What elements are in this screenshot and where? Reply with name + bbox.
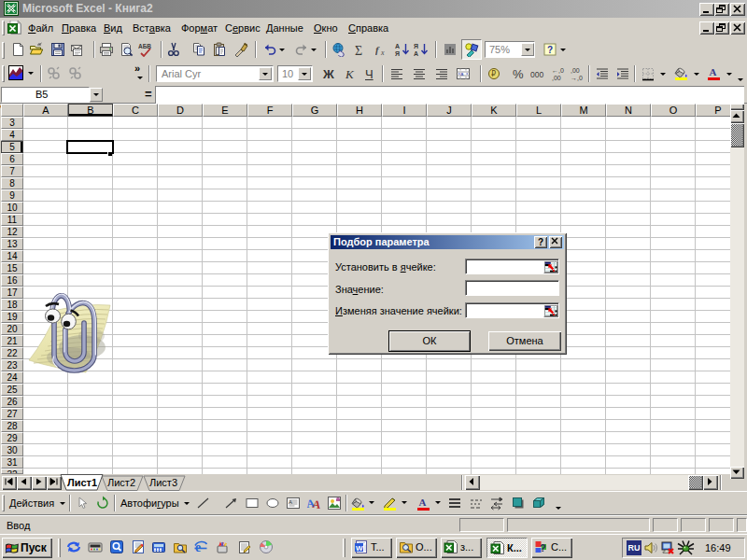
svg-text:W: W	[356, 544, 363, 553]
svg-text:?: ?	[540, 542, 546, 553]
svg-text:Лист2: Лист2	[107, 477, 135, 488]
svg-text:Лист1: Лист1	[67, 477, 97, 488]
svg-text:,00: ,00	[552, 75, 561, 81]
svg-text:₽: ₽	[491, 70, 496, 78]
svg-text:А: А	[289, 499, 292, 505]
svg-text:А: А	[414, 50, 418, 57]
svg-text:Я: Я	[395, 50, 400, 57]
svg-text:Я: Я	[414, 43, 418, 49]
svg-text:,00: ,00	[571, 67, 580, 74]
svg-text:Лист3: Лист3	[149, 477, 177, 488]
svg-text:Σ: Σ	[355, 44, 362, 58]
svg-text:A: A	[419, 497, 427, 508]
svg-text:←,0: ←,0	[552, 67, 564, 74]
svg-text:»: »	[134, 63, 140, 73]
svg-text:?: ?	[547, 45, 553, 55]
svg-text:x: x	[380, 49, 385, 57]
svg-text:A: A	[312, 497, 321, 511]
svg-text:%: %	[513, 67, 524, 81]
svg-text:А: А	[395, 43, 400, 49]
svg-text:000: 000	[530, 70, 543, 79]
svg-text:→,0: →,0	[571, 75, 583, 81]
svg-text:A: A	[710, 66, 717, 77]
svg-text:f: f	[375, 44, 380, 55]
